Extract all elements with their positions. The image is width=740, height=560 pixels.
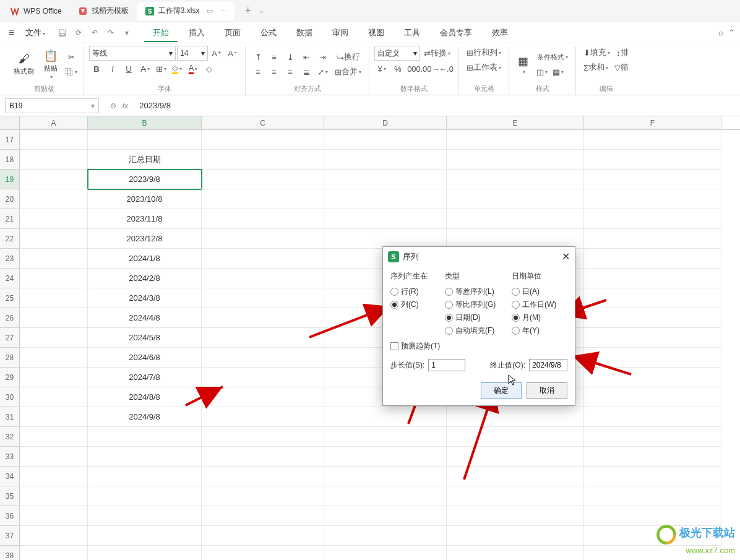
font-color-icon[interactable]: A <box>186 62 200 75</box>
cell[interactable] <box>324 506 447 526</box>
sync-icon[interactable]: ⟳ <box>72 27 85 39</box>
cell[interactable]: 2024/4/8 <box>88 308 202 328</box>
cell[interactable] <box>584 427 721 447</box>
cell[interactable] <box>20 249 88 269</box>
tab-file[interactable]: S 工作簿3.xlsx ▭ ⋯ <box>137 2 235 20</box>
radio-autofill[interactable]: 自动填充(F) <box>445 324 507 337</box>
row-header[interactable]: 38 <box>0 546 20 560</box>
col-header-D[interactable]: D <box>324 116 447 129</box>
font-name-select[interactable]: 等线▾ <box>89 46 176 61</box>
cell[interactable] <box>202 526 324 546</box>
radio-growth[interactable]: 等比序列(G) <box>445 298 507 311</box>
cell[interactable] <box>202 249 324 269</box>
radio-month[interactable]: 月(M) <box>512 311 565 324</box>
cell[interactable] <box>584 150 721 170</box>
cell[interactable] <box>584 130 721 150</box>
cell[interactable] <box>20 269 88 288</box>
cell[interactable] <box>202 150 324 170</box>
ribbon-collapse-icon[interactable]: ⌃ <box>728 28 735 37</box>
cell[interactable] <box>88 506 202 526</box>
cell[interactable]: 2024/1/8 <box>88 249 202 269</box>
merge-button[interactable]: ⊞ 合并 <box>332 65 364 79</box>
cell[interactable] <box>20 328 88 348</box>
align-middle-icon[interactable]: ≡ <box>267 50 282 64</box>
row-header[interactable]: 18 <box>0 150 20 170</box>
cell[interactable] <box>20 229 88 249</box>
redo-icon[interactable]: ↷ <box>105 27 117 39</box>
cell[interactable] <box>447 526 584 546</box>
cell[interactable]: 2024/9/8 <box>88 407 202 427</box>
table-style-button[interactable]: ▦ <box>514 53 532 76</box>
format-painter-button[interactable]: 🖌格式刷 <box>10 51 38 77</box>
step-value-input[interactable] <box>428 359 465 371</box>
row-header[interactable]: 30 <box>0 387 20 407</box>
tab-wps-home[interactable]: WPS Office <box>2 2 69 20</box>
cell[interactable] <box>20 348 88 368</box>
fill-color-icon[interactable]: ◇ <box>170 62 184 75</box>
font-size-select[interactable]: 14▾ <box>177 46 208 61</box>
cell[interactable] <box>202 486 324 506</box>
cell[interactable] <box>447 130 584 150</box>
cell[interactable] <box>20 308 88 328</box>
cell[interactable] <box>447 467 584 486</box>
file-menu[interactable]: 文件▾ <box>20 25 50 41</box>
cell[interactable] <box>20 526 88 546</box>
cell[interactable] <box>20 368 88 387</box>
row-header[interactable]: 22 <box>0 229 20 249</box>
increase-font-icon[interactable]: A⁺ <box>209 46 224 60</box>
cell[interactable] <box>88 130 202 150</box>
tab-formula[interactable]: 公式 <box>252 24 285 42</box>
increase-decimal-icon[interactable]: .00→ <box>423 62 437 75</box>
cell[interactable] <box>20 130 88 150</box>
align-left-icon[interactable]: ≡ <box>251 65 265 79</box>
cell[interactable] <box>584 368 721 387</box>
cell[interactable] <box>584 229 721 249</box>
dialog-titlebar[interactable]: S 序列 ✕ <box>383 247 575 266</box>
cell[interactable] <box>202 407 324 427</box>
cell[interactable] <box>20 150 88 170</box>
row-header[interactable]: 21 <box>0 209 20 229</box>
radio-column[interactable]: 列(C) <box>390 298 440 311</box>
cell[interactable] <box>324 526 447 546</box>
percent-icon[interactable]: % <box>390 62 405 75</box>
cell[interactable] <box>202 447 324 467</box>
col-header-E[interactable]: E <box>447 116 584 129</box>
cell[interactable] <box>324 189 447 209</box>
row-header[interactable]: 37 <box>0 526 20 546</box>
row-header[interactable]: 20 <box>0 189 20 209</box>
row-header[interactable]: 27 <box>0 328 20 348</box>
format-icon[interactable]: ▦ <box>551 65 566 79</box>
undo-icon[interactable]: ↶ <box>88 27 101 39</box>
convert-button[interactable]: ⇄ 转换 <box>421 46 453 60</box>
cell[interactable] <box>20 506 88 526</box>
cell[interactable] <box>324 407 447 427</box>
select-all-corner[interactable] <box>0 116 20 129</box>
cell[interactable]: 2023/11/8 <box>88 209 202 229</box>
cell[interactable] <box>447 407 584 427</box>
tab-window-icon[interactable]: ▭ <box>207 7 213 15</box>
row-header[interactable]: 25 <box>0 288 20 308</box>
cell[interactable] <box>202 229 324 249</box>
cell-style-icon[interactable]: ◫ <box>535 65 549 79</box>
cell[interactable] <box>324 546 447 560</box>
cell[interactable] <box>324 150 447 170</box>
cell[interactable] <box>202 189 324 209</box>
add-tab-button[interactable]: + <box>241 4 255 17</box>
col-header-A[interactable]: A <box>20 116 88 129</box>
sum-button[interactable]: Σ 求和 <box>581 61 611 74</box>
cell[interactable] <box>584 407 721 427</box>
stop-value-input[interactable] <box>529 359 567 371</box>
cell[interactable] <box>584 447 721 467</box>
cell[interactable]: 2024/2/8 <box>88 269 202 288</box>
underline-icon[interactable]: U <box>121 62 136 75</box>
cell[interactable] <box>447 189 584 209</box>
cell[interactable] <box>88 486 202 506</box>
cell[interactable] <box>584 308 721 328</box>
cell[interactable] <box>447 447 584 467</box>
cancel-formula-icon[interactable]: ⊖ <box>110 101 116 110</box>
comma-icon[interactable]: 000 <box>407 62 421 75</box>
tab-efficiency[interactable]: 效率 <box>483 24 517 42</box>
align-top-icon[interactable]: ⤒ <box>251 50 265 64</box>
row-header[interactable]: 23 <box>0 249 20 269</box>
fx-icon[interactable]: fx <box>123 101 128 110</box>
